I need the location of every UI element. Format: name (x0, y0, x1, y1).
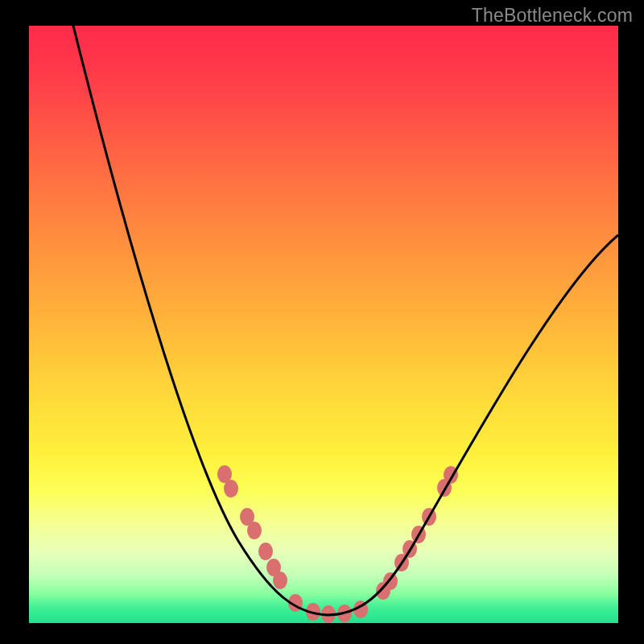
curve-svg (29, 26, 618, 623)
data-marker (273, 572, 287, 589)
marker-group (217, 465, 458, 623)
data-marker (383, 572, 398, 590)
data-marker (247, 522, 262, 539)
bottleneck-curve (73, 26, 618, 615)
chart-frame: TheBottleneck.com (0, 0, 644, 644)
watermark-text: TheBottleneck.com (472, 5, 633, 27)
data-marker (258, 543, 273, 560)
data-marker (224, 480, 238, 497)
plot-area (29, 26, 618, 623)
